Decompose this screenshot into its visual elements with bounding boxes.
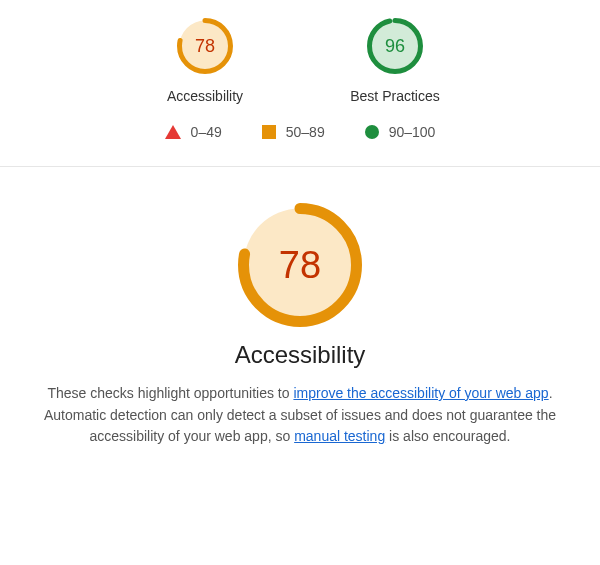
circle-icon bbox=[365, 125, 379, 139]
gauge-label: Best Practices bbox=[350, 88, 439, 104]
summary-section: 78Accessibility96Best Practices 0–4950–8… bbox=[0, 0, 600, 166]
desc-text: is also encouraged. bbox=[385, 428, 510, 444]
detail-gauge-donut-icon: 78 bbox=[238, 203, 362, 327]
gauge-best-practices[interactable]: 96Best Practices bbox=[335, 18, 455, 104]
square-icon bbox=[262, 125, 276, 139]
gauge-donut-icon: 96 bbox=[367, 18, 423, 74]
gauge-label: Accessibility bbox=[167, 88, 243, 104]
legend-range: 50–89 bbox=[286, 124, 325, 140]
detail-gauge-container: 78 bbox=[40, 203, 560, 331]
manual-testing-link[interactable]: manual testing bbox=[294, 428, 385, 444]
triangle-icon bbox=[165, 125, 181, 139]
detail-description: These checks highlight opportunities to … bbox=[40, 383, 560, 448]
legend-range: 0–49 bbox=[191, 124, 222, 140]
legend-item: 50–89 bbox=[262, 124, 325, 140]
legend-item: 0–49 bbox=[165, 124, 222, 140]
summary-gauges: 78Accessibility96Best Practices bbox=[0, 18, 600, 104]
detail-section: 78 Accessibility These checks highlight … bbox=[0, 167, 600, 456]
improve-accessibility-link[interactable]: improve the accessibility of your web ap… bbox=[293, 385, 548, 401]
gauge-accessibility[interactable]: 78Accessibility bbox=[145, 18, 265, 104]
desc-text: These checks highlight opportunities to bbox=[47, 385, 293, 401]
legend-range: 90–100 bbox=[389, 124, 436, 140]
score-legend: 0–4950–8990–100 bbox=[0, 114, 600, 154]
detail-heading: Accessibility bbox=[40, 341, 560, 369]
gauge-donut-icon: 78 bbox=[177, 18, 233, 74]
legend-item: 90–100 bbox=[365, 124, 436, 140]
